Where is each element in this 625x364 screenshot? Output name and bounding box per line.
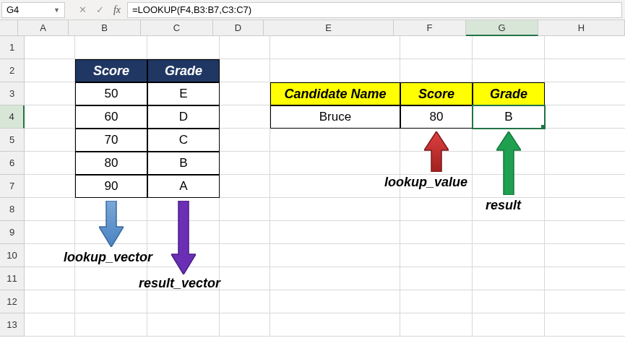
cell-E1[interactable]: [270, 36, 400, 59]
cell-G9[interactable]: [473, 221, 545, 244]
cell-D5[interactable]: [220, 129, 270, 152]
lookup-grade-0[interactable]: E: [147, 82, 220, 105]
cell-G12[interactable]: [473, 290, 545, 313]
name-box[interactable]: G4 ▼: [1, 2, 65, 18]
row-header-10[interactable]: 10: [0, 244, 25, 267]
cell-D6[interactable]: [220, 152, 270, 175]
lookup-grade-4[interactable]: A: [147, 175, 220, 198]
row-header-5[interactable]: 5: [0, 129, 25, 152]
cell-E6[interactable]: [270, 152, 400, 175]
cell-E13[interactable]: [270, 313, 400, 337]
cell-A4[interactable]: [25, 105, 75, 129]
cell-H6[interactable]: [545, 152, 625, 175]
formula-input[interactable]: =LOOKUP(F4,B3:B7,C3:C7): [127, 2, 622, 18]
cell-H10[interactable]: [545, 244, 625, 267]
cell-H7[interactable]: [545, 175, 625, 198]
row-header-1[interactable]: 1: [0, 36, 25, 59]
cell-B1[interactable]: [75, 36, 147, 59]
cell-A6[interactable]: [25, 152, 75, 175]
select-all-corner[interactable]: [0, 20, 18, 36]
cell-D13[interactable]: [220, 313, 270, 337]
cell-D4[interactable]: [220, 105, 270, 129]
cell-D3[interactable]: [220, 82, 270, 105]
lookup-grade-3[interactable]: B: [147, 152, 220, 175]
cell-H12[interactable]: [545, 290, 625, 313]
cell-H3[interactable]: [545, 82, 625, 105]
cell-D2[interactable]: [220, 59, 270, 82]
row-header-8[interactable]: 8: [0, 198, 25, 221]
lookup-grade-1[interactable]: D: [147, 105, 220, 129]
spreadsheet-grid[interactable]: ABCDEFGH 12345678910111213 ScoreGrade50E…: [0, 20, 625, 337]
row-header-2[interactable]: 2: [0, 59, 25, 82]
col-header-A[interactable]: A: [18, 20, 69, 36]
cell-E7[interactable]: [270, 175, 400, 198]
cell-A11[interactable]: [25, 267, 75, 290]
lookup-score-3[interactable]: 80: [75, 152, 147, 175]
cell-F1[interactable]: [400, 36, 473, 59]
cell-H11[interactable]: [545, 267, 625, 290]
cell-E5[interactable]: [270, 129, 400, 152]
col-header-F[interactable]: F: [394, 20, 466, 36]
cell-H2[interactable]: [545, 59, 625, 82]
cell-E12[interactable]: [270, 290, 400, 313]
lookup-score-1[interactable]: 60: [75, 105, 147, 129]
lookup-grade-2[interactable]: C: [147, 129, 220, 152]
cell-D11[interactable]: [220, 267, 270, 290]
row-header-6[interactable]: 6: [0, 152, 25, 175]
lookup-header-grade[interactable]: Grade: [147, 59, 220, 82]
cell-A8[interactable]: [25, 198, 75, 221]
cell-G11[interactable]: [473, 267, 545, 290]
cell-G1[interactable]: [473, 36, 545, 59]
cell-F10[interactable]: [400, 244, 473, 267]
cancel-icon[interactable]: ✕: [74, 2, 91, 18]
cell-C1[interactable]: [147, 36, 220, 59]
cell-B11[interactable]: [75, 267, 147, 290]
cell-B13[interactable]: [75, 313, 147, 337]
cell-E8[interactable]: [270, 198, 400, 221]
lookup-header-score[interactable]: Score: [75, 59, 147, 82]
lookup-score-2[interactable]: 70: [75, 129, 147, 152]
cell-F11[interactable]: [400, 267, 473, 290]
col-header-E[interactable]: E: [264, 20, 394, 36]
cell-C12[interactable]: [147, 290, 220, 313]
col-header-D[interactable]: D: [213, 20, 264, 36]
cell-G13[interactable]: [473, 313, 545, 337]
cell-F8[interactable]: [400, 198, 473, 221]
cell-H5[interactable]: [545, 129, 625, 152]
cell-G10[interactable]: [473, 244, 545, 267]
cell-E2[interactable]: [270, 59, 400, 82]
col-header-C[interactable]: C: [141, 20, 213, 36]
cell-A7[interactable]: [25, 175, 75, 198]
fill-handle[interactable]: [541, 125, 546, 129]
row-header-7[interactable]: 7: [0, 175, 25, 198]
col-header-H[interactable]: H: [538, 20, 625, 36]
cell-C13[interactable]: [147, 313, 220, 337]
confirm-icon[interactable]: ✓: [91, 2, 108, 18]
result-score[interactable]: 80: [400, 105, 473, 129]
cell-A2[interactable]: [25, 59, 75, 82]
cell-F9[interactable]: [400, 221, 473, 244]
result-name[interactable]: Bruce: [270, 105, 400, 129]
cell-A9[interactable]: [25, 221, 75, 244]
cell-A12[interactable]: [25, 290, 75, 313]
cell-D1[interactable]: [220, 36, 270, 59]
result-header-name[interactable]: Candidate Name: [270, 82, 400, 105]
cell-F13[interactable]: [400, 313, 473, 337]
row-header-13[interactable]: 13: [0, 313, 25, 337]
cell-H4[interactable]: [545, 105, 625, 129]
cell-H1[interactable]: [545, 36, 625, 59]
cell-H13[interactable]: [545, 313, 625, 337]
result-header-score[interactable]: Score: [400, 82, 473, 105]
col-header-B[interactable]: B: [69, 20, 141, 36]
lookup-score-0[interactable]: 50: [75, 82, 147, 105]
result-header-grade[interactable]: Grade: [473, 82, 545, 105]
cell-H9[interactable]: [545, 221, 625, 244]
chevron-down-icon[interactable]: ▼: [53, 6, 60, 14]
cell-A1[interactable]: [25, 36, 75, 59]
cell-E9[interactable]: [270, 221, 400, 244]
cell-F2[interactable]: [400, 59, 473, 82]
result-grade[interactable]: B: [473, 105, 545, 129]
cell-B12[interactable]: [75, 290, 147, 313]
cell-G2[interactable]: [473, 59, 545, 82]
row-header-9[interactable]: 9: [0, 221, 25, 244]
